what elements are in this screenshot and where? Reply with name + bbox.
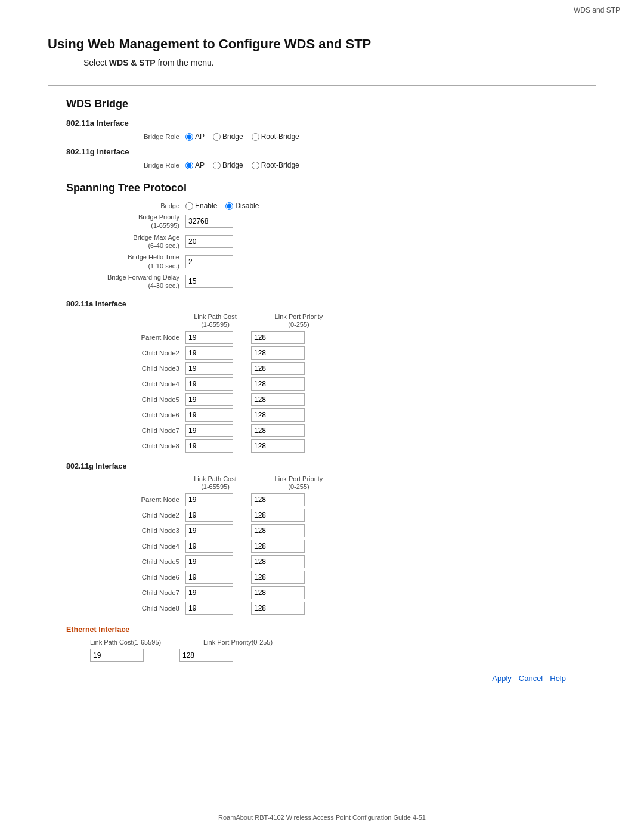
node-priority-11a-child6[interactable] bbox=[251, 408, 305, 422]
node-priority-11a-child2[interactable] bbox=[251, 346, 305, 360]
node-label-11g-child6: Child Node6 bbox=[66, 574, 185, 581]
node-priority-11g-child8[interactable] bbox=[251, 602, 305, 615]
node-priority-11g-parent[interactable] bbox=[251, 493, 305, 506]
node-link-cost-11g-child2[interactable] bbox=[185, 509, 233, 522]
node-row-11g-parent: Parent Node bbox=[66, 493, 578, 506]
stp-11g-title: 802.11g Interface bbox=[66, 462, 578, 470]
node-priority-11a-child5[interactable] bbox=[251, 393, 305, 406]
node-link-cost-11a-child8[interactable] bbox=[185, 439, 233, 453]
ethernet-section: Ethernet Interface Link Path Cost(1-6559… bbox=[66, 625, 578, 662]
radio-bridge-disable[interactable]: Disable bbox=[225, 202, 259, 210]
node-label-11a-child6: Child Node6 bbox=[66, 411, 185, 419]
node-row-11a-child8: Child Node8 bbox=[66, 439, 578, 453]
node-link-cost-11a-child4[interactable] bbox=[185, 377, 233, 391]
node-label-11a-parent: Parent Node bbox=[66, 334, 185, 341]
ethernet-link-cost-input[interactable] bbox=[90, 649, 144, 662]
header-section-label: WDS and STP bbox=[574, 6, 620, 14]
node-link-cost-11g-child8[interactable] bbox=[185, 602, 233, 615]
node-label-11a-child3: Child Node3 bbox=[66, 365, 185, 372]
node-row-11g-child2: Child Node2 bbox=[66, 509, 578, 522]
ethernet-input-row bbox=[90, 649, 578, 662]
stp-11a-section: 802.11a Interface Link Path Cost(1-65595… bbox=[66, 300, 578, 453]
bridge-role-11g-radio-group: AP Bridge Root-Bridge bbox=[185, 161, 299, 169]
footer-text: RoamAbout RBT-4102 Wireless Access Point… bbox=[218, 814, 426, 821]
node-row-11a-child6: Child Node6 bbox=[66, 408, 578, 422]
bridge-hello-time-input[interactable] bbox=[185, 255, 233, 268]
radio-11g-bridge[interactable]: Bridge bbox=[213, 161, 243, 169]
link-port-priority-header-11a: Link Port Priority(0-255) bbox=[263, 313, 335, 329]
node-priority-11g-child4[interactable] bbox=[251, 540, 305, 553]
node-link-cost-11g-child5[interactable] bbox=[185, 555, 233, 568]
stp-title: Spanning Tree Protocol bbox=[66, 182, 578, 194]
bridge-hello-time-row: Bridge Hello Time(1-10 sec.) bbox=[66, 253, 578, 270]
node-link-cost-11g-parent[interactable] bbox=[185, 493, 233, 506]
node-row-11a-child2: Child Node2 bbox=[66, 346, 578, 360]
action-row: Apply Cancel Help bbox=[66, 674, 578, 683]
radio-bridge-enable[interactable]: Enable bbox=[185, 202, 217, 210]
bridge-max-age-input[interactable] bbox=[185, 235, 233, 248]
node-row-11g-child3: Child Node3 bbox=[66, 524, 578, 537]
bridge-hello-time-label: Bridge Hello Time(1-10 sec.) bbox=[66, 253, 185, 270]
node-row-11a-child3: Child Node3 bbox=[66, 362, 578, 375]
node-priority-11a-child3[interactable] bbox=[251, 362, 305, 375]
node-priority-11g-child3[interactable] bbox=[251, 524, 305, 537]
radio-11a-bridge[interactable]: Bridge bbox=[213, 132, 243, 141]
node-label-11g-parent: Parent Node bbox=[66, 496, 185, 503]
help-link[interactable]: Help bbox=[550, 674, 566, 683]
node-link-cost-11a-child5[interactable] bbox=[185, 393, 233, 406]
node-link-cost-11g-child6[interactable] bbox=[185, 571, 233, 584]
node-priority-11g-child5[interactable] bbox=[251, 555, 305, 568]
cancel-link[interactable]: Cancel bbox=[519, 674, 543, 683]
node-priority-11g-child2[interactable] bbox=[251, 509, 305, 522]
bridge-role-11g-label: Bridge Role bbox=[66, 161, 185, 170]
node-row-11a-child5: Child Node5 bbox=[66, 393, 578, 406]
ethernet-title: Ethernet Interface bbox=[66, 625, 578, 634]
node-link-cost-11a-child3[interactable] bbox=[185, 362, 233, 375]
bridge-priority-label: Bridge Priority(1-65595) bbox=[66, 213, 185, 230]
bridge-role-11a-label: Bridge Role bbox=[66, 132, 185, 141]
node-link-cost-11g-child4[interactable] bbox=[185, 540, 233, 553]
node-row-11g-child8: Child Node8 bbox=[66, 602, 578, 615]
ethernet-priority-input[interactable] bbox=[179, 649, 233, 662]
node-priority-11a-child4[interactable] bbox=[251, 377, 305, 391]
apply-link[interactable]: Apply bbox=[492, 674, 512, 683]
page-title: Using Web Management to Configure WDS an… bbox=[48, 36, 596, 52]
radio-11g-root-bridge[interactable]: Root-Bridge bbox=[252, 161, 299, 169]
radio-11g-ap[interactable]: AP bbox=[185, 161, 205, 169]
bridge-priority-input[interactable] bbox=[185, 215, 233, 228]
bridge-forwarding-delay-input[interactable] bbox=[185, 275, 233, 288]
page-footer: RoamAbout RBT-4102 Wireless Access Point… bbox=[0, 809, 644, 821]
ethernet-link-cost-header: Link Path Cost(1-65595) bbox=[90, 639, 168, 646]
node-link-cost-11a-child2[interactable] bbox=[185, 346, 233, 360]
subtitle-bold: WDS & STP bbox=[109, 58, 156, 67]
bridge-max-age-label: Bridge Max Age(6-40 sec.) bbox=[66, 233, 185, 250]
node-priority-11g-child6[interactable] bbox=[251, 571, 305, 584]
node-priority-11g-child7[interactable] bbox=[251, 586, 305, 599]
bridge-max-age-row: Bridge Max Age(6-40 sec.) bbox=[66, 233, 578, 250]
node-link-cost-11g-child3[interactable] bbox=[185, 524, 233, 537]
radio-11a-ap[interactable]: AP bbox=[185, 132, 205, 141]
link-port-priority-header-11g: Link Port Priority(0-255) bbox=[263, 475, 335, 491]
node-link-cost-11a-child6[interactable] bbox=[185, 408, 233, 422]
bridge-enable-row: Bridge Enable Disable bbox=[66, 202, 578, 210]
subtitle-prefix: Select bbox=[83, 58, 109, 67]
ethernet-header-row: Link Path Cost(1-65595) Link Port Priori… bbox=[90, 639, 578, 646]
bridge-priority-row: Bridge Priority(1-65595) bbox=[66, 213, 578, 230]
node-priority-11a-child8[interactable] bbox=[251, 439, 305, 453]
node-label-11a-child5: Child Node5 bbox=[66, 396, 185, 403]
node-priority-11a-child7[interactable] bbox=[251, 424, 305, 437]
radio-11a-root-bridge[interactable]: Root-Bridge bbox=[252, 132, 299, 141]
page-subtitle: Select WDS & STP from the menu. bbox=[83, 58, 596, 67]
node-link-cost-11g-child7[interactable] bbox=[185, 586, 233, 599]
node-link-cost-11a-child7[interactable] bbox=[185, 424, 233, 437]
node-label-11g-child8: Child Node8 bbox=[66, 605, 185, 612]
node-row-11g-child6: Child Node6 bbox=[66, 571, 578, 584]
node-priority-11a-parent[interactable] bbox=[251, 331, 305, 344]
node-row-11a-child7: Child Node7 bbox=[66, 424, 578, 437]
node-label-11g-child3: Child Node3 bbox=[66, 527, 185, 534]
node-label-11g-child5: Child Node5 bbox=[66, 558, 185, 565]
node-link-cost-11a-parent[interactable] bbox=[185, 331, 233, 344]
main-content: Using Web Management to Configure WDS an… bbox=[0, 18, 644, 755]
node-row-11g-child7: Child Node7 bbox=[66, 586, 578, 599]
node-row-11a-parent: Parent Node bbox=[66, 331, 578, 344]
